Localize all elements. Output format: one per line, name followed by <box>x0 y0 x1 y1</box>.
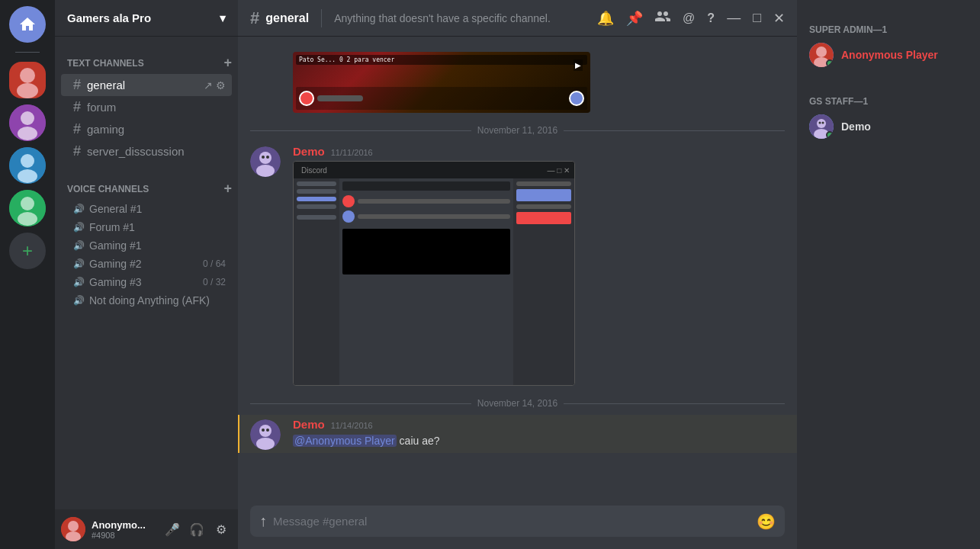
current-user-tag: #4908 <box>92 531 156 540</box>
members-sidebar: SUPER ADMIN—1 Anonymous Player GS STAFF—… <box>797 0 980 549</box>
emoji-icon[interactable]: 😊 <box>757 512 776 531</box>
server-name: Gamers ala Pro <box>67 11 151 24</box>
current-user-info: Anonymo... #4908 <box>92 519 156 540</box>
message-author: Demo <box>293 145 325 158</box>
server-header[interactable]: Gamers ala Pro ▾ <box>55 0 238 37</box>
close-button[interactable]: ✕ <box>773 10 785 27</box>
voice-channel-afk[interactable]: 🔊 Not doing Anything (AFK) <box>61 291 232 310</box>
avatar-spacer <box>250 52 281 113</box>
text-channels-header[interactable]: TEXT CHANNELS + <box>55 43 238 74</box>
channel-title: general <box>265 11 309 25</box>
message-group-demo1: Demo 11/11/2016 Discord — □ ✕ <box>238 142 797 389</box>
header-icons: 🔔 📌 @ ? — □ ✕ <box>597 8 785 27</box>
add-server-button[interactable]: + <box>9 233 46 269</box>
invite-icon[interactable]: ↗ <box>204 79 213 92</box>
date-divider-nov14: November 14, 2016 <box>238 392 797 415</box>
message-input-area: ↑ 😊 <box>238 506 797 549</box>
svg-point-19 <box>266 156 269 159</box>
member-item-demo[interactable]: Demo <box>803 110 974 143</box>
date-text: November 11, 2016 <box>477 125 557 136</box>
demo-avatar-2 <box>250 419 281 450</box>
voice-channel-gaming1[interactable]: 🔊 Gaming #1 <box>61 236 232 255</box>
svg-point-18 <box>262 156 265 159</box>
channel-name-gaming: gaming <box>87 123 124 136</box>
svg-point-16 <box>259 152 272 164</box>
user-settings-button[interactable]: ⚙ <box>210 518 232 540</box>
home-server-icon[interactable] <box>9 6 46 43</box>
settings-channel-icon[interactable]: ⚙ <box>216 79 226 92</box>
upload-icon[interactable]: ↑ <box>259 512 267 530</box>
server-dropdown-icon: ▾ <box>220 11 226 25</box>
svg-point-17 <box>256 165 275 177</box>
voice-icon: 🔊 <box>73 295 85 306</box>
current-user-name: Anonymo... <box>92 519 156 531</box>
svg-point-24 <box>266 429 269 432</box>
footer-icons: 🎤 🎧 ⚙ <box>162 518 232 540</box>
voice-channel-gaming2[interactable]: 🔊 Gaming #2 0 / 64 <box>61 255 232 273</box>
section-header-super-admin: SUPER ADMIN—1 <box>803 12 974 38</box>
channel-hash-icon: # <box>250 8 259 28</box>
server-icon-3[interactable] <box>9 147 46 184</box>
main-chat-area: # general Anything that doesn't have a s… <box>238 0 797 549</box>
demo-status-dot <box>826 131 834 139</box>
svg-point-10 <box>21 197 34 210</box>
voice-channel-general1[interactable]: 🔊 General #1 <box>61 200 232 218</box>
channel-name-server-disscussion: server_disscussion <box>87 145 185 158</box>
svg-point-21 <box>259 425 272 437</box>
member-item-anonymous-player[interactable]: Anonymous Player <box>803 38 974 72</box>
date-divider-nov11: November 11, 2016 <box>238 119 797 142</box>
hash-icon: # <box>73 121 81 137</box>
add-voice-channel-button[interactable]: + <box>223 181 232 197</box>
hash-icon: # <box>73 143 81 159</box>
voice-icon: 🔊 <box>73 240 85 251</box>
voice-icon: 🔊 <box>73 277 85 287</box>
mention-tag: @Anonymous Player <box>293 435 397 447</box>
channel-item-forum[interactable]: # forum <box>61 96 232 118</box>
bell-icon[interactable]: 🔔 <box>597 10 614 27</box>
message-group-demo2: Demo 11/14/2016 @Anonymous Player caiu a… <box>238 415 797 453</box>
svg-point-4 <box>21 111 34 125</box>
svg-point-22 <box>256 438 275 450</box>
server-icon-1[interactable] <box>9 62 46 98</box>
message-timestamp-demo2: 11/14/2016 <box>331 421 373 430</box>
headphone-button[interactable]: 🎧 <box>186 518 207 540</box>
server-icon-2[interactable] <box>9 104 46 141</box>
game-image-attachment: Pato Se... 0 2 para vencer ▶ <box>293 52 590 113</box>
mention-message-text: @Anonymous Player caiu ae? <box>293 434 785 449</box>
maximize-button[interactable]: □ <box>753 10 761 26</box>
message-body: caiu ae? <box>400 435 440 447</box>
channel-item-server-disscussion[interactable]: # server_disscussion <box>61 140 232 162</box>
channel-item-gaming[interactable]: # gaming <box>61 118 232 140</box>
mic-button[interactable]: 🎤 <box>162 518 183 540</box>
search-icon[interactable]: @ <box>683 11 695 25</box>
svg-point-1 <box>20 68 35 83</box>
svg-point-11 <box>18 212 37 226</box>
help-icon[interactable]: ? <box>707 11 715 25</box>
pin-icon[interactable]: 📌 <box>626 10 643 27</box>
member-name-anonymous-player: Anonymous Player <box>841 49 938 61</box>
channel-item-general[interactable]: # general ↗ ⚙ <box>61 74 232 96</box>
anonymous-player-avatar <box>809 43 834 67</box>
hash-icon: # <box>73 77 81 93</box>
minimize-button[interactable]: — <box>727 10 741 26</box>
messages-area: Pato Se... 0 2 para vencer ▶ November 11… <box>238 37 797 506</box>
member-name-demo: Demo <box>841 120 871 133</box>
discord-screenshot-attachment: Discord — □ ✕ <box>293 161 575 386</box>
voice-icon: 🔊 <box>73 258 85 269</box>
message-input[interactable] <box>273 506 750 537</box>
message-timestamp: 11/11/2016 <box>331 148 373 157</box>
member-status-dot <box>826 59 834 67</box>
hash-icon: # <box>73 99 81 115</box>
server-icon-4[interactable] <box>9 190 46 226</box>
members-icon[interactable] <box>655 8 670 27</box>
channel-name-general: general <box>87 79 125 92</box>
voice-channels-header[interactable]: VOICE CHANNELS + <box>55 169 238 200</box>
voice-channel-forum1[interactable]: 🔊 Forum #1 <box>61 218 232 236</box>
message-group-game: Pato Se... 0 2 para vencer ▶ <box>238 49 797 116</box>
message-input-wrapper: ↑ 😊 <box>250 506 785 537</box>
svg-point-31 <box>819 122 821 124</box>
chat-header: # general Anything that doesn't have a s… <box>238 0 797 37</box>
server-icon-sidebar: + <box>0 0 55 549</box>
voice-channel-gaming3[interactable]: 🔊 Gaming #3 0 / 32 <box>61 273 232 291</box>
add-text-channel-button[interactable]: + <box>223 55 232 71</box>
